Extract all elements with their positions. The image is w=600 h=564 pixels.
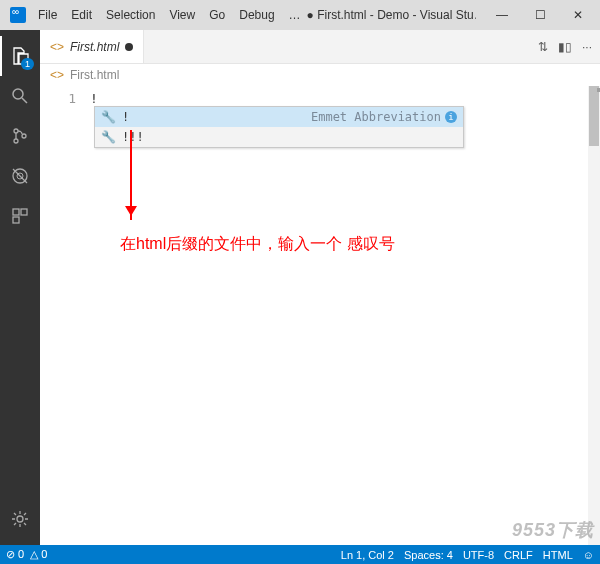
close-button[interactable]: ✕ bbox=[560, 3, 596, 27]
activity-debug[interactable] bbox=[0, 156, 40, 196]
wrench-icon: 🔧 bbox=[101, 110, 116, 124]
menu-edit[interactable]: Edit bbox=[65, 4, 98, 26]
menu-view[interactable]: View bbox=[163, 4, 201, 26]
svg-line-1 bbox=[22, 98, 27, 103]
explorer-badge: 1 bbox=[21, 58, 34, 70]
compare-icon[interactable]: ⇅ bbox=[538, 40, 548, 54]
editor-area: <> First.html ⇅ ▮▯ ··· <> First.html 1 ! bbox=[40, 30, 600, 545]
menu-go[interactable]: Go bbox=[203, 4, 231, 26]
activity-scm[interactable] bbox=[0, 116, 40, 156]
menu-file[interactable]: File bbox=[32, 4, 63, 26]
vscode-icon bbox=[10, 7, 26, 23]
activity-settings[interactable] bbox=[0, 499, 40, 539]
scroll-thumb[interactable] bbox=[589, 86, 599, 146]
line-number-gutter: 1 bbox=[40, 86, 90, 545]
maximize-button[interactable]: ☐ bbox=[522, 3, 558, 27]
suggest-doc: Emmet Abbreviation i bbox=[311, 110, 457, 124]
status-feedback-icon[interactable]: ☺ bbox=[583, 549, 594, 561]
status-spaces[interactable]: Spaces: 4 bbox=[404, 549, 453, 561]
svg-point-0 bbox=[13, 89, 23, 99]
status-eol[interactable]: CRLF bbox=[504, 549, 533, 561]
tab-bar: <> First.html ⇅ ▮▯ ··· bbox=[40, 30, 600, 64]
suggest-label: ! bbox=[122, 110, 129, 124]
annotation-text: 在html后缀的文件中，输入一个 感叹号 bbox=[120, 234, 395, 255]
tab-first-html[interactable]: <> First.html bbox=[40, 30, 144, 63]
minimize-button[interactable]: — bbox=[484, 3, 520, 27]
html-file-icon: <> bbox=[50, 40, 64, 54]
line-number: 1 bbox=[40, 90, 76, 108]
svg-rect-8 bbox=[13, 209, 19, 215]
status-warnings[interactable]: △ 0 bbox=[30, 548, 47, 561]
editor-body[interactable]: 1 ! 🔧 ! Emmet Abbreviation i 🔧 bbox=[40, 86, 600, 545]
wrench-icon: 🔧 bbox=[101, 130, 116, 144]
menu-selection[interactable]: Selection bbox=[100, 4, 161, 26]
tab-actions: ⇅ ▮▯ ··· bbox=[530, 30, 600, 63]
menu-overflow[interactable]: … bbox=[283, 4, 307, 26]
svg-point-11 bbox=[17, 516, 23, 522]
breadcrumb[interactable]: <> First.html bbox=[40, 64, 600, 86]
breadcrumb-label: First.html bbox=[70, 68, 119, 82]
suggest-label: !!! bbox=[122, 130, 144, 144]
status-errors[interactable]: ⊘ 0 bbox=[6, 548, 24, 561]
window-title: ● First.html - Demo - Visual Stu… bbox=[307, 8, 476, 22]
activity-bar: 1 bbox=[0, 30, 40, 545]
status-ln-col[interactable]: Ln 1, Col 2 bbox=[341, 549, 394, 561]
html-file-icon: <> bbox=[50, 68, 64, 82]
status-language[interactable]: HTML bbox=[543, 549, 573, 561]
status-bar: ⊘ 0 △ 0 Ln 1, Col 2 Spaces: 4 UTF-8 CRLF… bbox=[0, 545, 600, 564]
title-bar: File Edit Selection View Go Debug … ● Fi… bbox=[0, 0, 600, 30]
code-text: ! bbox=[90, 91, 98, 106]
vertical-scrollbar[interactable] bbox=[588, 86, 600, 545]
activity-explorer[interactable]: 1 bbox=[0, 36, 40, 76]
tab-label: First.html bbox=[70, 40, 119, 54]
menu-bar: File Edit Selection View Go Debug … bbox=[32, 4, 307, 26]
window-controls: — ☐ ✕ bbox=[484, 3, 596, 27]
svg-rect-9 bbox=[21, 209, 27, 215]
suggest-item[interactable]: 🔧 !!! bbox=[95, 127, 463, 147]
svg-rect-10 bbox=[13, 217, 19, 223]
dirty-indicator-icon bbox=[125, 43, 133, 51]
status-encoding[interactable]: UTF-8 bbox=[463, 549, 494, 561]
svg-point-4 bbox=[22, 134, 26, 138]
main-container: 1 <> First.html ⇅ ▮▯ ··· bbox=[0, 30, 600, 545]
activity-search[interactable] bbox=[0, 76, 40, 116]
svg-point-3 bbox=[14, 139, 18, 143]
status-right: Ln 1, Col 2 Spaces: 4 UTF-8 CRLF HTML ☺ bbox=[341, 549, 594, 561]
suggest-widget: 🔧 ! Emmet Abbreviation i 🔧 !!! bbox=[94, 106, 464, 148]
svg-point-2 bbox=[14, 129, 18, 133]
suggest-item[interactable]: 🔧 ! Emmet Abbreviation i bbox=[95, 107, 463, 127]
info-icon[interactable]: i bbox=[445, 111, 457, 123]
code-content[interactable]: ! 🔧 ! Emmet Abbreviation i 🔧 !!! bbox=[90, 86, 600, 545]
annotation-arrow-icon bbox=[130, 130, 132, 220]
more-actions-icon[interactable]: ··· bbox=[582, 40, 592, 54]
split-editor-icon[interactable]: ▮▯ bbox=[558, 40, 572, 54]
status-left: ⊘ 0 △ 0 bbox=[6, 548, 47, 561]
activity-extensions[interactable] bbox=[0, 196, 40, 236]
menu-debug[interactable]: Debug bbox=[233, 4, 280, 26]
